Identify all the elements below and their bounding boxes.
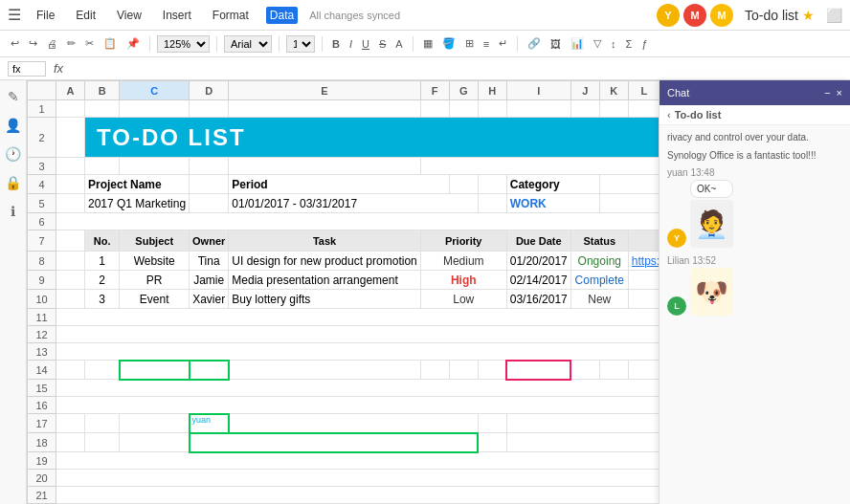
cell-reference-3[interactable] [628, 290, 659, 309]
cell-d14-selected[interactable] [190, 361, 229, 380]
edit-icon[interactable]: ✎ [5, 88, 22, 105]
close-chat-button[interactable]: × [837, 87, 842, 99]
cell-h14[interactable] [478, 361, 506, 380]
bold-button[interactable]: B [329, 36, 343, 52]
chat-messages[interactable]: rivacy and control over your data. Synol… [660, 125, 850, 504]
cell-j1[interactable] [570, 100, 599, 118]
cell-a4[interactable] [56, 175, 85, 194]
cell-no-3[interactable]: 3 [85, 290, 120, 309]
cell-e3[interactable] [229, 158, 420, 175]
filter-button[interactable]: ▽ [591, 35, 604, 52]
chart-button[interactable]: 📊 [568, 35, 587, 52]
cell-owner-3[interactable]: Xavier [190, 290, 229, 309]
col-j[interactable]: J [570, 81, 599, 100]
cell-h1[interactable] [478, 100, 506, 118]
print-button[interactable]: 🖨 [44, 36, 60, 52]
paste-button[interactable]: 📌 [123, 35, 143, 52]
row-header-4[interactable]: 4 [28, 175, 56, 194]
cell-d3[interactable] [190, 158, 229, 175]
paint-button[interactable]: ✏ [64, 35, 78, 52]
col-c[interactable]: C [120, 81, 190, 100]
copy-button[interactable]: 📋 [101, 35, 120, 52]
col-i[interactable]: I [506, 81, 570, 100]
menu-view[interactable]: View [113, 7, 145, 24]
menu-format[interactable]: Format [209, 7, 253, 24]
sum-button[interactable]: Σ [623, 36, 636, 52]
align-left-button[interactable]: ≡ [481, 36, 492, 52]
cell-h5[interactable] [478, 194, 506, 213]
cell-k1[interactable] [599, 100, 628, 118]
col-k[interactable]: K [599, 81, 628, 100]
border-button[interactable]: ▦ [420, 35, 436, 52]
row-header-6[interactable]: 6 [28, 213, 56, 230]
cell-d4[interactable] [190, 175, 229, 194]
row-header-14[interactable]: 14 [28, 361, 56, 380]
cell-task-3[interactable]: Buy lottery gifts [229, 290, 420, 309]
cell-no-1[interactable]: 1 [85, 252, 120, 271]
menu-insert[interactable]: Insert [159, 7, 195, 24]
cell-d17-yuan[interactable]: yuan [190, 414, 229, 433]
cell-a9[interactable] [56, 271, 85, 290]
row-header-7[interactable]: 7 [28, 230, 56, 252]
cell-f1[interactable] [420, 100, 449, 118]
cell-a7[interactable] [56, 230, 85, 252]
cell-status-1[interactable]: Ongoing [570, 252, 628, 271]
cell-d1[interactable] [190, 100, 229, 118]
cell-status-3[interactable]: New [570, 290, 628, 309]
avatar-y[interactable]: Y [657, 4, 680, 27]
cell-a8[interactable] [56, 252, 85, 271]
cell-b1[interactable] [85, 100, 120, 118]
cell-reference-2[interactable] [628, 271, 659, 290]
user-icon[interactable]: 👤 [5, 117, 22, 134]
font-select[interactable]: Arial [224, 35, 272, 53]
cell-owner-2[interactable]: Jamie [190, 271, 229, 290]
chat-back-button[interactable]: ‹ [667, 109, 671, 121]
cut-button[interactable]: ✂ [82, 35, 97, 52]
cell-e1[interactable] [229, 100, 420, 118]
favorite-star[interactable]: ★ [802, 8, 815, 23]
row-header-1[interactable]: 1 [28, 100, 56, 118]
maximize-icon[interactable]: ⬜ [826, 8, 842, 23]
cell-f3[interactable] [420, 158, 659, 175]
image-button[interactable]: 🖼 [548, 36, 564, 52]
cell-reference[interactable] [8, 61, 46, 77]
col-b[interactable]: B [85, 81, 120, 100]
cell-duedate-3[interactable]: 03/16/2017 [506, 290, 570, 309]
col-l[interactable]: L [628, 81, 659, 100]
cell-k14[interactable] [599, 361, 628, 380]
cell-task-2[interactable]: Media presentation arrangement [229, 271, 420, 290]
cell-g1[interactable] [449, 100, 478, 118]
cell-a10[interactable] [56, 290, 85, 309]
redo-button[interactable]: ↪ [26, 35, 40, 52]
cell-owner-1[interactable]: Tina [190, 252, 229, 271]
cell-a14[interactable] [56, 361, 85, 380]
function-button[interactable]: ƒ [638, 36, 650, 52]
cell-priority-3[interactable]: Low [420, 290, 506, 309]
cell-status-2[interactable]: Complete [570, 271, 628, 290]
merge-button[interactable]: ⊞ [462, 35, 477, 52]
cell-a1[interactable] [56, 100, 85, 118]
wrap-button[interactable]: ↵ [496, 35, 510, 52]
row-header-8[interactable]: 8 [28, 252, 56, 271]
cell-subject-3[interactable]: Event [120, 290, 190, 309]
history-icon[interactable]: 🕐 [5, 145, 22, 163]
cell-c1[interactable] [120, 100, 190, 118]
info-icon[interactable]: ℹ [5, 203, 22, 220]
cell-subject-2[interactable]: PR [120, 271, 190, 290]
fill-color-button[interactable]: 🪣 [439, 35, 459, 52]
lock-icon[interactable]: 🔒 [5, 174, 22, 191]
col-g[interactable]: G [449, 81, 478, 100]
cell-k5[interactable] [599, 194, 659, 213]
link-button[interactable]: 🔗 [525, 35, 544, 52]
cell-task-1[interactable]: UI design for new product promotion [229, 252, 420, 271]
cell-b3[interactable] [85, 158, 120, 175]
cell-a3[interactable] [56, 158, 85, 175]
cell-i1[interactable] [506, 100, 570, 118]
menu-data[interactable]: Data [266, 7, 298, 24]
cell-subject-1[interactable]: Website [120, 252, 190, 271]
row-header-3[interactable]: 3 [28, 158, 56, 175]
row-header-5[interactable]: 5 [28, 194, 56, 213]
col-a[interactable]: A [56, 81, 85, 100]
zoom-select[interactable]: 125% [157, 35, 210, 53]
cell-a6[interactable] [56, 213, 660, 230]
